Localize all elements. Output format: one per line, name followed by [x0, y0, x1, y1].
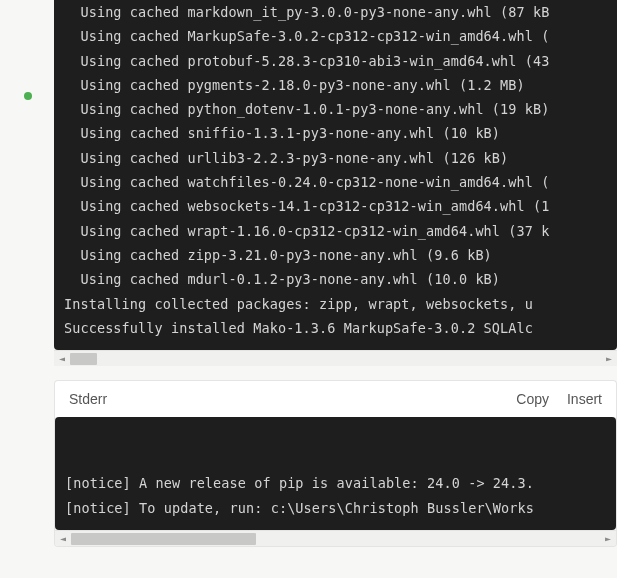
scroll-left-icon[interactable]: ◄: [55, 531, 71, 547]
scroll-thumb[interactable]: [70, 353, 97, 365]
scroll-left-icon[interactable]: ◄: [54, 351, 70, 367]
scroll-track[interactable]: [71, 531, 600, 547]
insert-button[interactable]: Insert: [567, 391, 602, 407]
stderr-body: [notice] A new release of pip is availab…: [55, 417, 616, 530]
stderr-panel: [notice] A new release of pip is availab…: [55, 417, 616, 530]
status-dot-icon: [24, 92, 32, 100]
stdout-panel: Using cached markdown_it_py-3.0.0-py3-no…: [54, 0, 617, 350]
stdout-h-scrollbar[interactable]: ◄ ►: [54, 350, 617, 366]
copy-button[interactable]: Copy: [516, 391, 549, 407]
scroll-right-icon[interactable]: ►: [601, 351, 617, 367]
stdout-body: Using cached markdown_it_py-3.0.0-py3-no…: [54, 0, 617, 350]
stderr-title: Stderr: [69, 391, 498, 407]
scroll-track[interactable]: [70, 351, 601, 367]
left-rail: [0, 0, 54, 578]
scroll-right-icon[interactable]: ►: [600, 531, 616, 547]
scroll-thumb[interactable]: [71, 533, 256, 545]
stderr-header: Stderr Copy Insert: [54, 380, 617, 417]
stderr-h-scrollbar[interactable]: ◄ ►: [55, 530, 616, 546]
